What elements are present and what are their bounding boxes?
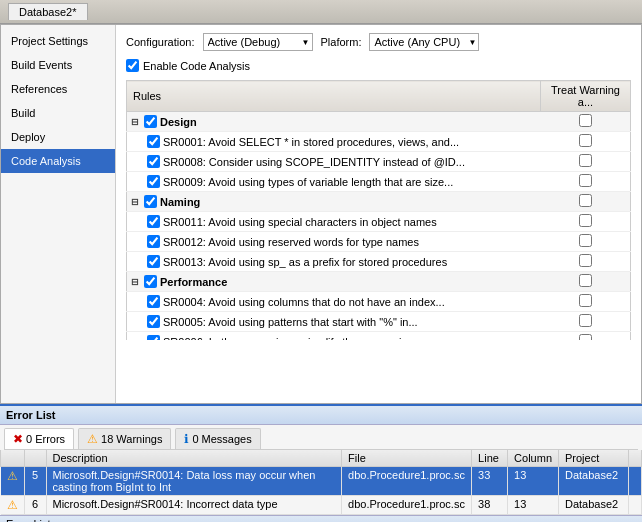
group-design-row: ⊟ Design: [127, 112, 631, 132]
rule-sr0009-text: SR0009: Avoid using types of variable le…: [163, 176, 453, 188]
col-column-header[interactable]: Column: [508, 450, 559, 467]
group-design-label: ⊟ Design: [131, 115, 537, 128]
col-project-header[interactable]: Project: [559, 450, 629, 467]
error-tab-errors[interactable]: ✖ 0 Errors: [4, 428, 74, 449]
rule-sr0013-treat[interactable]: [579, 254, 592, 267]
expand-performance-icon[interactable]: ⊟: [131, 277, 139, 287]
message-label: Messages: [202, 433, 252, 445]
warning-label: Warnings: [116, 433, 162, 445]
error-list-header: Error List: [0, 406, 642, 425]
rule-sr0001-row: SR0001: Avoid SELECT * in stored procedu…: [127, 132, 631, 152]
sidebar-item-code-analysis[interactable]: Code Analysis: [1, 149, 115, 173]
row6-icon-cell: ⚠: [1, 496, 25, 515]
rule-sr0009-checkbox[interactable]: [147, 175, 160, 188]
platform-label: Plaform:: [321, 36, 362, 48]
rule-sr0013-checkbox[interactable]: [147, 255, 160, 268]
rule-sr0008-treat[interactable]: [579, 154, 592, 167]
sidebar-item-build[interactable]: Build: [1, 101, 115, 125]
rule-sr0006-label: SR0006: In the comparison, simplify the …: [147, 335, 537, 340]
platform-select[interactable]: Active (Any CPU): [369, 33, 479, 51]
sidebar-item-project-settings[interactable]: Project Settings: [1, 29, 115, 53]
rule-sr0011-text: SR0011: Avoid using special characters i…: [163, 216, 437, 228]
config-row: Configuration: Active (Debug) Plaform: A…: [126, 33, 631, 51]
col-num-header[interactable]: [24, 450, 46, 467]
error-tab-messages[interactable]: ℹ 0 Messages: [175, 428, 260, 449]
rule-sr0001-treat[interactable]: [579, 134, 592, 147]
group-performance-checkbox[interactable]: [144, 275, 157, 288]
config-select[interactable]: Active (Debug): [203, 33, 313, 51]
rule-sr0012-treat[interactable]: [579, 234, 592, 247]
error-table: Description File Line Column Project ⚠ 5…: [0, 450, 642, 515]
rule-sr0013-text: SR0013: Avoid using sp_ as a prefix for …: [163, 256, 447, 268]
rule-sr0012-checkbox[interactable]: [147, 235, 160, 248]
group-naming-name: Naming: [160, 196, 200, 208]
enable-code-analysis-checkbox[interactable]: [126, 59, 139, 72]
rule-sr0009-row: SR0009: Avoid using types of variable le…: [127, 172, 631, 192]
col-description-header[interactable]: Description: [46, 450, 342, 467]
rule-sr0004-treat[interactable]: [579, 294, 592, 307]
rule-sr0006-row: SR0006: In the comparison, simplify the …: [127, 332, 631, 341]
group-design-treat-checkbox[interactable]: [579, 114, 592, 127]
rule-sr0009-label: SR0009: Avoid using types of variable le…: [147, 175, 537, 188]
row6-num: 6: [24, 496, 46, 515]
group-naming-checkbox[interactable]: [144, 195, 157, 208]
expand-design-icon[interactable]: ⊟: [131, 117, 139, 127]
sidebar-item-build-events[interactable]: Build Events: [1, 53, 115, 77]
row5-warn-icon: ⚠: [7, 469, 18, 483]
rule-sr0001-text: SR0001: Avoid SELECT * in stored procedu…: [163, 136, 459, 148]
group-design-name: Design: [160, 116, 197, 128]
rule-sr0013-row: SR0013: Avoid using sp_ as a prefix for …: [127, 252, 631, 272]
platform-select-wrapper: Active (Any CPU): [369, 33, 479, 51]
col-line-header[interactable]: Line: [472, 450, 508, 467]
document-tab[interactable]: Database2*: [8, 3, 88, 20]
row5-scroll: [629, 467, 642, 496]
config-select-wrapper: Active (Debug): [203, 33, 313, 51]
rule-sr0011-checkbox[interactable]: [147, 215, 160, 228]
rule-sr0005-checkbox[interactable]: [147, 315, 160, 328]
sidebar-item-deploy[interactable]: Deploy: [1, 125, 115, 149]
rule-sr0005-treat[interactable]: [579, 314, 592, 327]
row6-column: 13: [508, 496, 559, 515]
error-count: 0: [26, 433, 32, 445]
rule-sr0001-checkbox[interactable]: [147, 135, 160, 148]
rule-sr0004-checkbox[interactable]: [147, 295, 160, 308]
rule-sr0008-checkbox[interactable]: [147, 155, 160, 168]
config-label: Configuration:: [126, 36, 195, 48]
error-list-section: Error List ✖ 0 Errors ⚠ 18 Warnings ℹ 0 …: [0, 404, 642, 522]
row5-line: 33: [472, 467, 508, 496]
bottom-bar-label: Error List: [6, 518, 51, 522]
col-scroll-header: [629, 450, 642, 467]
row6-description: Microsoft.Design#SR0014: Incorrect data …: [46, 496, 342, 515]
rule-sr0012-text: SR0012: Avoid using reserved words for t…: [163, 236, 419, 248]
col-icon-header[interactable]: [1, 450, 25, 467]
group-naming-treat-checkbox[interactable]: [579, 194, 592, 207]
sidebar: Project Settings Build Events References…: [1, 25, 116, 403]
row5-project: Database2: [559, 467, 629, 496]
expand-naming-icon[interactable]: ⊟: [131, 197, 139, 207]
row5-num: 5: [24, 467, 46, 496]
rule-sr0004-text: SR0004: Avoid using columns that do not …: [163, 296, 445, 308]
row6-line: 38: [472, 496, 508, 515]
group-performance-row: ⊟ Performance: [127, 272, 631, 292]
group-design-checkbox[interactable]: [144, 115, 157, 128]
group-performance-treat-checkbox[interactable]: [579, 274, 592, 287]
sidebar-item-references[interactable]: References: [1, 77, 115, 101]
row5-file: dbo.Procedure1.proc.sc: [342, 467, 472, 496]
row6-file: dbo.Procedure1.proc.sc: [342, 496, 472, 515]
error-list-tabs: ✖ 0 Errors ⚠ 18 Warnings ℹ 0 Messages: [4, 428, 638, 450]
treat-warning-header: Treat Warning a...: [541, 81, 631, 112]
rule-sr0013-label: SR0013: Avoid using sp_ as a prefix for …: [147, 255, 537, 268]
rule-sr0011-label: SR0011: Avoid using special characters i…: [147, 215, 537, 228]
rule-sr0009-treat[interactable]: [579, 174, 592, 187]
col-file-header[interactable]: File: [342, 450, 472, 467]
enable-code-analysis-label: Enable Code Analysis: [143, 60, 250, 72]
bottom-bar: Error List: [0, 515, 642, 522]
rule-sr0011-treat[interactable]: [579, 214, 592, 227]
error-row-6[interactable]: ⚠ 6 Microsoft.Design#SR0014: Incorrect d…: [1, 496, 642, 515]
rule-sr0006-checkbox[interactable]: [147, 335, 160, 340]
rule-sr0006-treat[interactable]: [579, 334, 592, 340]
warning-icon: ⚠: [87, 432, 98, 446]
error-tab-warnings[interactable]: ⚠ 18 Warnings: [78, 428, 171, 449]
error-row-5[interactable]: ⚠ 5 Microsoft.Design#SR0014: Data loss m…: [1, 467, 642, 496]
row6-warn-icon: ⚠: [7, 498, 18, 512]
